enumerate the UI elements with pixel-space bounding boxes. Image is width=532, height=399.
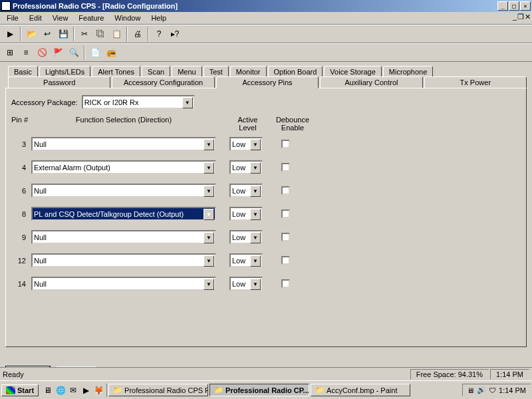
- tab-option[interactable]: Option Board: [268, 66, 323, 77]
- tool-whatsthis-icon[interactable]: ▸?: [168, 27, 182, 41]
- tray-volume-icon[interactable]: 🔊: [477, 386, 486, 394]
- level-dropdown[interactable]: Low▼: [229, 207, 263, 221]
- window-title: Professional Radio CPS - [Radio Configur…: [13, 2, 497, 10]
- tool-list-icon[interactable]: ≡: [19, 45, 33, 60]
- level-dropdown[interactable]: Low▼: [229, 184, 263, 198]
- pin-number: 12: [11, 257, 31, 265]
- level-dropdown[interactable]: Low▼: [229, 160, 263, 174]
- minimize-button[interactable]: _: [497, 1, 508, 11]
- tool-block-icon[interactable]: 🚫: [35, 45, 49, 60]
- tool-doc-icon[interactable]: 📄: [88, 45, 102, 60]
- tab-scan[interactable]: Scan: [142, 66, 170, 77]
- level-dropdown[interactable]: Low▼: [229, 137, 263, 151]
- function-dropdown[interactable]: Null▼: [31, 230, 216, 244]
- menu-window[interactable]: Window: [109, 13, 146, 23]
- tool-paste-icon[interactable]: 📋: [109, 27, 124, 41]
- tab-accy-config[interactable]: Accessory Configuration: [112, 76, 214, 88]
- tab-password[interactable]: Password: [8, 76, 110, 88]
- debounce-checkbox[interactable]: [281, 233, 290, 241]
- ql-firefox-icon[interactable]: 🦊: [92, 384, 104, 397]
- tray-shield-icon[interactable]: 🛡: [489, 386, 496, 394]
- tab-basic[interactable]: Basic: [8, 66, 38, 77]
- pin-row: 14Null▼Low▼: [11, 277, 521, 291]
- ql-desktop-icon[interactable]: 🖥: [42, 384, 54, 397]
- debounce-checkbox[interactable]: [281, 209, 290, 218]
- tool-cut-icon[interactable]: ✂: [77, 27, 92, 41]
- tool-open-icon[interactable]: 📂: [24, 27, 39, 41]
- function-dropdown[interactable]: PL and CSQ Detect/Talkgroup Detect (Outp…: [31, 207, 216, 221]
- function-dropdown[interactable]: Null▼: [31, 137, 216, 151]
- ql-media-icon[interactable]: ▶: [80, 384, 92, 397]
- level-value: Low: [232, 210, 245, 218]
- taskbar-task[interactable]: 📁Professional Radio CP...: [209, 384, 309, 396]
- function-value: Null: [34, 233, 47, 241]
- tab-aux[interactable]: Auxiliary Control: [320, 76, 422, 88]
- start-button[interactable]: Start: [1, 384, 39, 396]
- pin-row: 3Null▼Low▼: [11, 137, 521, 151]
- level-dropdown[interactable]: Low▼: [229, 230, 263, 244]
- status-free-space: Free Space: 94.31%: [410, 369, 489, 380]
- level-value: Low: [232, 257, 245, 265]
- tool-device-icon[interactable]: 📻: [104, 45, 118, 60]
- function-value: Null: [34, 280, 47, 288]
- pin-number: 14: [11, 280, 31, 288]
- function-dropdown[interactable]: Null▼: [31, 253, 216, 267]
- tray-monitor-icon[interactable]: 🖥: [467, 386, 474, 394]
- tool-help-icon[interactable]: ?: [152, 27, 166, 41]
- tool-tree-icon[interactable]: ⊞: [3, 45, 17, 60]
- toolbar-1: ▶ 📂 ↩ 💾 ✂ ⿻ 📋 🖨 ? ▸?: [0, 25, 532, 43]
- tab-voice[interactable]: Voice Storage: [324, 66, 382, 77]
- close-window-button[interactable]: ✕: [520, 1, 531, 11]
- title-bar: Professional Radio CPS - [Radio Configur…: [0, 0, 532, 12]
- debounce-checkbox[interactable]: [281, 140, 290, 148]
- maximize-button[interactable]: □: [509, 1, 519, 11]
- function-dropdown[interactable]: Null▼: [31, 184, 216, 198]
- tab-accy-pins[interactable]: Accessory Pins: [216, 76, 319, 88]
- tool-zoom-icon[interactable]: 🔍: [66, 45, 81, 60]
- debounce-checkbox[interactable]: [281, 256, 290, 265]
- menu-edit[interactable]: Edit: [24, 13, 47, 23]
- menu-file[interactable]: File: [1, 13, 24, 23]
- mdi-close-button[interactable]: ✕: [525, 13, 531, 21]
- tool-flag-icon[interactable]: 🚩: [51, 45, 65, 60]
- tab-row-1: Basic Lights/LEDs Alert Tones Scan Menu …: [8, 66, 527, 77]
- taskbar: Start 🖥 🌐 ✉ ▶ 🦊 📁Professional Radio CPS …: [0, 380, 532, 399]
- function-value: PL and CSQ Detect/Talkgroup Detect (Outp…: [34, 210, 184, 218]
- tab-alert[interactable]: Alert Tones: [92, 66, 140, 77]
- tab-txpower[interactable]: Tx Power: [424, 76, 527, 88]
- menu-help[interactable]: Help: [146, 13, 172, 23]
- header-func: Function Selection (Direction): [31, 116, 216, 132]
- taskbar-task[interactable]: 📁AccyConf.bmp - Paint: [311, 384, 410, 396]
- taskbar-task[interactable]: 📁Professional Radio CPS R...: [108, 384, 208, 396]
- function-value: Null: [34, 187, 47, 195]
- function-dropdown[interactable]: External Alarm (Output)▼: [31, 160, 216, 174]
- accessory-package-dropdown[interactable]: RICK or I20R Rx ▼: [82, 95, 195, 109]
- function-dropdown[interactable]: Null▼: [31, 277, 216, 291]
- debounce-checkbox[interactable]: [281, 163, 290, 172]
- level-value: Low: [232, 164, 245, 172]
- ql-ie-icon[interactable]: 🌐: [55, 384, 66, 397]
- level-dropdown[interactable]: Low▼: [229, 277, 263, 291]
- mdi-minimize-button[interactable]: _: [513, 13, 517, 21]
- tab-test[interactable]: Test: [203, 66, 229, 77]
- tab-lights[interactable]: Lights/LEDs: [39, 66, 90, 77]
- tool-back-icon[interactable]: ↩: [40, 27, 55, 41]
- debounce-checkbox[interactable]: [281, 186, 290, 195]
- tab-menu[interactable]: Menu: [172, 66, 202, 77]
- tool-copy-icon[interactable]: ⿻: [93, 27, 108, 41]
- ql-outlook-icon[interactable]: ✉: [67, 384, 79, 397]
- chevron-down-icon: ▼: [250, 209, 261, 220]
- tool-print-icon[interactable]: 🖨: [130, 27, 145, 41]
- system-tray[interactable]: 🖥 🔊 🛡 1:14 PM: [462, 384, 531, 396]
- level-dropdown[interactable]: Low▼: [229, 253, 263, 267]
- mdi-restore-button[interactable]: ❐: [517, 13, 524, 21]
- debounce-checkbox[interactable]: [281, 279, 290, 288]
- menu-feature[interactable]: Feature: [73, 13, 109, 23]
- tool-save-icon[interactable]: 💾: [56, 27, 70, 41]
- app-icon: [1, 1, 11, 11]
- tab-mic[interactable]: Microphone: [383, 66, 433, 77]
- task-icon: 📁: [315, 386, 325, 394]
- tool-wizard-icon[interactable]: ▶: [3, 27, 17, 41]
- menu-view[interactable]: View: [47, 13, 74, 23]
- tab-monitor[interactable]: Monitor: [230, 66, 267, 77]
